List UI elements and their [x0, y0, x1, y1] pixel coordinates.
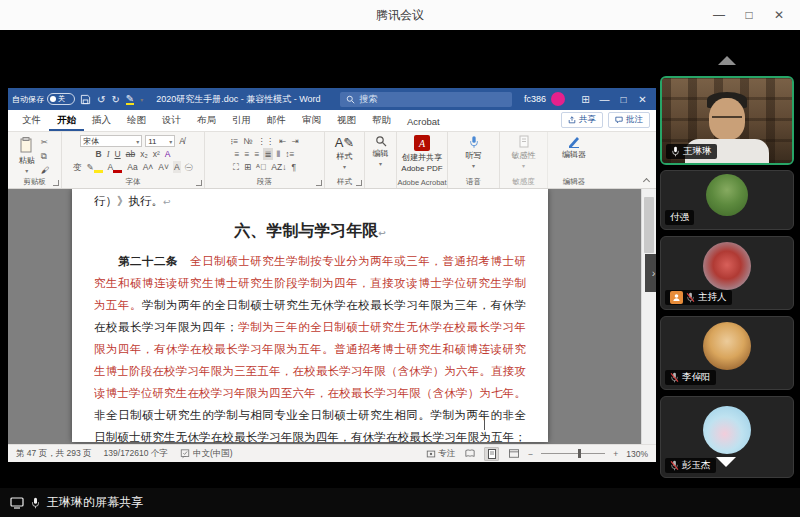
styles-dialog-launcher-icon[interactable] [356, 180, 362, 186]
strikethrough-icon[interactable]: ab [125, 148, 136, 160]
font-size-combo[interactable]: 11▾ [145, 135, 175, 147]
tab-插入[interactable]: 插入 [84, 111, 119, 131]
maximize-icon[interactable]: □ [734, 8, 764, 22]
tab-设计[interactable]: 设计 [154, 111, 189, 131]
autosave-switch[interactable]: 关 [47, 93, 75, 105]
tab-Acrobat[interactable]: Acrobat [399, 113, 448, 131]
undo-icon[interactable]: ↺ [97, 94, 105, 105]
zoom-slider-thumb[interactable] [578, 449, 581, 458]
decrease-indent-icon[interactable]: ⇤ [278, 135, 287, 147]
shrink-font-icon[interactable]: A˅ [157, 161, 170, 173]
paragraph-dialog-launcher-icon[interactable] [316, 180, 322, 186]
document-page[interactable]: 行）》执行。↩六、学制与学习年限↩第二十二条 全日制硕士研究生学制按专业分为两年… [72, 189, 548, 442]
format-painter-icon[interactable]: 🖌 [40, 164, 51, 176]
sort-icon[interactable]: AZ↓ [270, 161, 287, 173]
pen-icon[interactable]: ✎ [126, 94, 134, 105]
enclose-characters-icon[interactable]: ㊀ [184, 161, 195, 173]
align-right-icon[interactable]: ≡ [253, 148, 260, 160]
document-area[interactable]: 行）》执行。↩六、学制与学习年限↩第二十二条 全日制硕士研究生学制按专业分为两年… [8, 189, 656, 444]
bullets-icon[interactable]: ⁝≡ [229, 135, 239, 147]
grow-font-icon[interactable]: A˄ [142, 161, 155, 173]
line-spacing-icon[interactable]: ↕≡ [284, 148, 295, 160]
zoom-in-icon[interactable]: + [613, 449, 618, 459]
tab-开始[interactable]: 开始 [49, 111, 84, 131]
scroll-up-icon[interactable] [718, 56, 736, 65]
redo-icon[interactable]: ↻ [111, 94, 119, 105]
borders-icon[interactable]: ⊞ [243, 161, 252, 173]
paste-dropdown-icon[interactable]: ▾ [25, 167, 28, 174]
tab-帮助[interactable]: 帮助 [364, 111, 399, 131]
word-count[interactable]: 139/172610 个字 [104, 448, 168, 460]
word-close-icon[interactable]: ✕ [633, 94, 652, 105]
tab-绘图[interactable]: 绘图 [119, 111, 154, 131]
subscript-icon[interactable]: x₂ [139, 148, 149, 160]
language-status[interactable]: 中文(中国) [180, 448, 233, 460]
participant-tile-付强[interactable]: 付强 [660, 170, 794, 230]
ribbon-display-options-icon[interactable]: ⊞ [576, 94, 595, 105]
save-icon[interactable] [80, 94, 91, 105]
align-center-icon[interactable]: ≡ [243, 148, 250, 160]
cut-icon[interactable]: ✂ [40, 136, 51, 148]
web-layout-icon[interactable] [507, 448, 520, 460]
share-button[interactable]: 共享 [561, 112, 603, 128]
search-box[interactable]: 搜索 [340, 92, 512, 107]
highlight-color-icon[interactable]: ✎ [85, 161, 103, 173]
comments-button[interactable]: 批注 [608, 112, 650, 128]
participant-tile-主持人[interactable]: 主持人 [660, 236, 794, 310]
account-area[interactable]: fc386 [524, 92, 565, 106]
participant-tile-王琳琳[interactable]: 王琳琳 [660, 76, 794, 165]
editor-button[interactable]: 编辑器 [562, 135, 586, 160]
clear-formatting-icon[interactable]: A̸ [178, 135, 186, 147]
font-dialog-launcher-icon[interactable] [196, 180, 202, 186]
collapse-ribbon-icon[interactable] [643, 177, 650, 184]
italic-icon[interactable]: I [106, 148, 111, 160]
tab-视图[interactable]: 视图 [329, 111, 364, 131]
scroll-down-icon[interactable] [716, 457, 736, 467]
page-info[interactable]: 第 47 页，共 293 页 [16, 448, 92, 460]
account-avatar[interactable] [551, 92, 565, 106]
underline-icon[interactable]: U [114, 148, 122, 160]
focus-mode-button[interactable]: 专注 [426, 448, 455, 460]
minimize-icon[interactable]: — [704, 8, 734, 22]
tab-审阅[interactable]: 审阅 [294, 111, 329, 131]
zoom-out-icon[interactable]: − [528, 449, 533, 459]
dictate-button[interactable]: 听写 ▾ [466, 135, 482, 169]
copy-icon[interactable]: ⧉ [40, 150, 51, 162]
justify-icon[interactable]: ≣ [263, 148, 272, 160]
word-maximize-icon[interactable]: □ [614, 94, 633, 105]
document-scrollbar[interactable] [641, 189, 656, 444]
numbering-icon[interactable]: № [242, 135, 253, 147]
clipboard-dialog-launcher-icon[interactable] [53, 180, 59, 186]
increase-indent-icon[interactable]: ⇥ [290, 135, 299, 147]
bold-icon[interactable]: B [95, 148, 103, 160]
shading-icon[interactable]: ⛶ [232, 161, 240, 173]
paste-button[interactable]: 粘贴 ▾ [19, 137, 35, 174]
close-icon[interactable]: ✕ [764, 8, 794, 22]
superscript-icon[interactable]: x² [152, 148, 161, 160]
tab-引用[interactable]: 引用 [224, 111, 259, 131]
multilevel-list-icon[interactable]: ⋮⋮ [256, 135, 275, 147]
font-name-combo[interactable]: 宋体▾ [80, 135, 142, 147]
align-left-icon[interactable]: ≡ [234, 148, 241, 160]
create-pdf-button[interactable]: A 创建并共享 Adobe PDF [401, 135, 442, 173]
distribute-icon[interactable]: ⦀ [276, 148, 282, 160]
styles-button[interactable]: A✎ 样式 ▾ [335, 135, 355, 170]
read-mode-icon[interactable] [463, 448, 476, 460]
asian-layout-icon[interactable]: ᴬ゙ [255, 161, 267, 173]
scrollbar-thumb[interactable] [644, 197, 654, 253]
show-marks-icon[interactable]: ¶ [290, 161, 297, 173]
editing-button[interactable]: 编辑 ▾ [373, 135, 389, 167]
tab-布局[interactable]: 布局 [189, 111, 224, 131]
print-layout-icon[interactable] [484, 447, 499, 461]
change-case-icon[interactable]: Aa [126, 161, 138, 173]
word-minimize-icon[interactable]: — [595, 94, 614, 105]
zoom-level[interactable]: 130% [626, 449, 648, 459]
phonetic-guide-icon[interactable]: 变 [72, 161, 83, 173]
tab-邮件[interactable]: 邮件 [259, 111, 294, 131]
font-color-icon[interactable]: A [107, 161, 124, 173]
tab-文件[interactable]: 文件 [14, 111, 49, 131]
qat-dropdown-icon[interactable]: ▾ [140, 96, 143, 103]
participant-tile-李倬阳[interactable]: 李倬阳 [660, 316, 794, 390]
text-effects-icon[interactable]: A [164, 148, 172, 160]
sensitivity-button[interactable]: 敏感性 ▾ [512, 135, 536, 169]
